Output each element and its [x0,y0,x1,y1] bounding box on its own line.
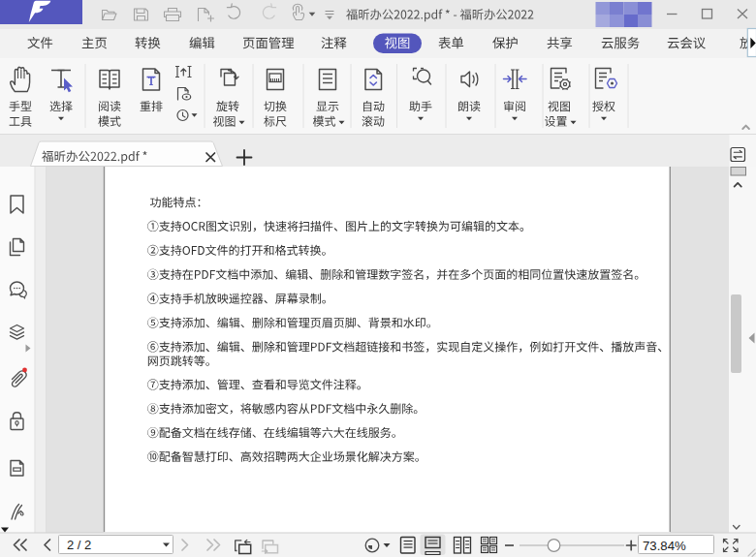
svg-text:73.84%: 73.84% [643,539,686,553]
svg-text:2 / 2: 2 / 2 [67,538,91,552]
